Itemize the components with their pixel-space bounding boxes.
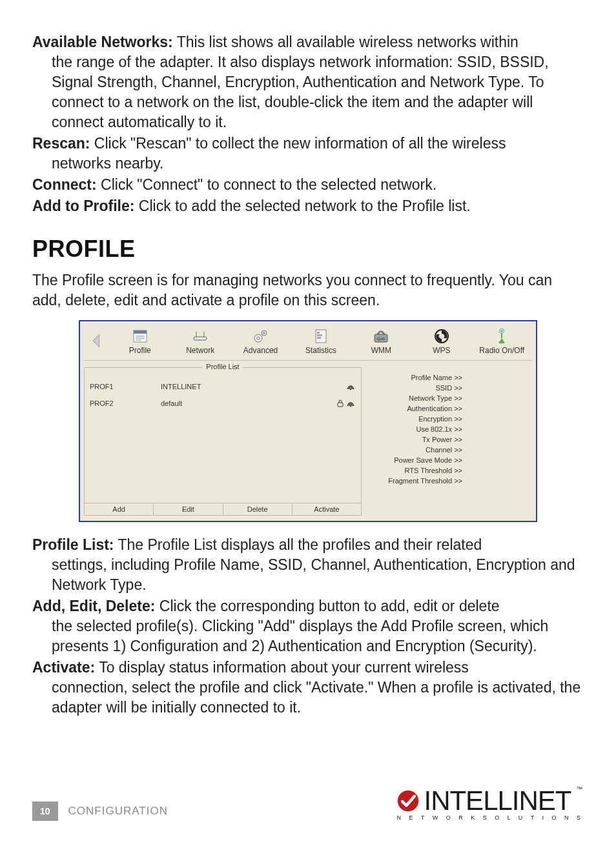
tab-wmm[interactable]: QoS WMM <box>351 327 411 355</box>
svg-rect-15 <box>317 337 321 339</box>
detail-txpower: Tx Power >> <box>367 434 527 445</box>
brand-check-icon <box>396 789 420 812</box>
brand-name: INTELLINET <box>424 789 571 813</box>
profile-icon <box>110 328 170 345</box>
body-add-edit-delete-b: the selected profile(s). Clicking "Add" … <box>32 616 584 656</box>
svg-point-9 <box>257 337 260 339</box>
svg-rect-14 <box>317 334 322 336</box>
network-icon <box>170 328 230 345</box>
tab-wmm-label: WMM <box>351 346 411 355</box>
body-add-to-profile-a: Click to add the selected network to the… <box>134 197 470 214</box>
brand-logo: INTELLINET™ N E T W O R K S O L U T I O … <box>396 789 584 821</box>
profile-intro-paragraph: The Profile screen is for managing netwo… <box>32 270 584 310</box>
detail-ssid: SSID >> <box>367 383 527 393</box>
svg-rect-1 <box>134 330 147 334</box>
detail-rts: RTS Threshold >> <box>367 465 527 476</box>
tab-network[interactable]: Network <box>170 327 230 355</box>
wmm-icon: QoS <box>351 328 411 345</box>
term-available-networks: Available Networks: <box>32 34 173 50</box>
wps-icon <box>411 328 471 345</box>
statistics-icon <box>291 328 351 345</box>
body-activate-b: connection, select the profile and click… <box>32 678 584 718</box>
term-activate: Activate: <box>32 659 95 676</box>
gear-icon <box>231 328 291 345</box>
profile-row-2[interactable]: PROF2 default <box>90 395 356 412</box>
svg-rect-13 <box>317 332 320 334</box>
term-profile-list: Profile List: <box>32 536 114 553</box>
detail-powersave: Power Save Mode >> <box>367 455 527 465</box>
page-number: 10 <box>32 802 58 821</box>
signal-icon <box>345 398 356 409</box>
term-add-to-profile: Add to Profile: <box>32 197 134 214</box>
profile-row-1[interactable]: PROF1 INTELLINET <box>90 378 356 395</box>
body-available-networks-b: the range of the adapter. It also displa… <box>32 52 584 132</box>
tab-wps-label: WPS <box>411 346 471 355</box>
svg-point-25 <box>398 791 418 811</box>
radio-icon <box>472 328 532 345</box>
lock-icon <box>336 399 344 408</box>
add-button[interactable]: Add <box>84 503 154 516</box>
svg-point-22 <box>350 388 352 390</box>
page-footer: 10 CONFIGURATION INTELLINET™ N E T W O R… <box>32 789 584 821</box>
tab-statistics-label: Statistics <box>291 346 351 355</box>
term-add-edit-delete: Add, Edit, Delete: <box>32 598 155 614</box>
profile-list-label: Profile List <box>202 363 243 370</box>
detail-8021x: Use 802.1x >> <box>367 424 527 434</box>
detail-channel: Channel >> <box>367 445 527 455</box>
profile-details: Profile Name >> SSID >> Network Type >> … <box>362 361 532 517</box>
profile1-name: PROF1 <box>90 383 161 390</box>
top-definitions: Available Networks: This list shows all … <box>32 32 584 216</box>
profile2-ssid: default <box>161 399 330 407</box>
tab-statistics[interactable]: Statistics <box>291 327 351 355</box>
tab-radio-onoff[interactable]: Radio On/Off <box>472 327 532 355</box>
tab-advanced-label: Advanced <box>231 346 291 355</box>
delete-button[interactable]: Delete <box>223 503 293 516</box>
body-profile-list-b: settings, including Profile Name, SSID, … <box>32 555 584 595</box>
detail-encryption: Encryption >> <box>367 414 527 424</box>
term-connect: Connect: <box>32 176 97 193</box>
profile1-ssid: INTELLINET <box>161 383 330 390</box>
tab-radio-label: Radio On/Off <box>472 346 532 355</box>
profile-list-box: Profile List PROF1 INTELLINET PROF2 defa… <box>84 367 362 516</box>
tab-profile-label: Profile <box>110 346 170 355</box>
svg-point-20 <box>501 330 503 332</box>
footer-section-label: CONFIGURATION <box>68 805 168 818</box>
svg-point-24 <box>350 405 352 407</box>
signal-icon <box>345 381 356 392</box>
back-arrow-icon[interactable] <box>88 332 106 350</box>
tab-profile[interactable]: Profile <box>110 327 170 355</box>
body-connect-a: Click "Connect" to connect to the select… <box>97 176 436 193</box>
svg-text:QoS: QoS <box>377 337 385 341</box>
svg-point-11 <box>263 332 265 334</box>
activate-button[interactable]: Activate <box>292 503 362 516</box>
profile-ui-panel: Profile Network Advanced Statistics <box>79 320 537 522</box>
detail-profile-name: Profile Name >> <box>367 372 527 383</box>
body-available-networks-a: This list shows all available wireless n… <box>173 34 518 50</box>
svg-rect-5 <box>194 337 207 340</box>
body-profile-list-a: The Profile List displays all the profil… <box>114 536 482 553</box>
tab-network-label: Network <box>170 346 230 355</box>
tab-advanced[interactable]: Advanced <box>231 327 291 355</box>
body-add-edit-delete-a: Click the corresponding button to add, e… <box>155 598 499 614</box>
body-rescan-b: networks nearby. <box>32 154 584 174</box>
detail-network-type: Network Type >> <box>367 393 527 403</box>
detail-fragment: Fragment Threshold >> <box>367 476 527 486</box>
bottom-definitions: Profile List: The Profile List displays … <box>32 535 584 718</box>
svg-rect-21 <box>501 333 502 338</box>
profile2-name: PROF2 <box>90 399 161 407</box>
body-rescan-a: Click "Rescan" to collect the new inform… <box>90 135 506 152</box>
edit-button[interactable]: Edit <box>153 503 223 516</box>
detail-authentication: Authentication >> <box>367 403 527 414</box>
section-heading-profile: profile <box>32 236 584 263</box>
term-rescan: Rescan: <box>32 135 90 152</box>
brand-subtitle: N E T W O R K S O L U T I O N S <box>396 814 584 821</box>
tabs-row: Profile Network Advanced Statistics <box>84 325 532 361</box>
tab-wps[interactable]: WPS <box>411 327 471 355</box>
svg-rect-23 <box>338 403 343 407</box>
body-activate-a: To display status information about your… <box>95 659 469 676</box>
